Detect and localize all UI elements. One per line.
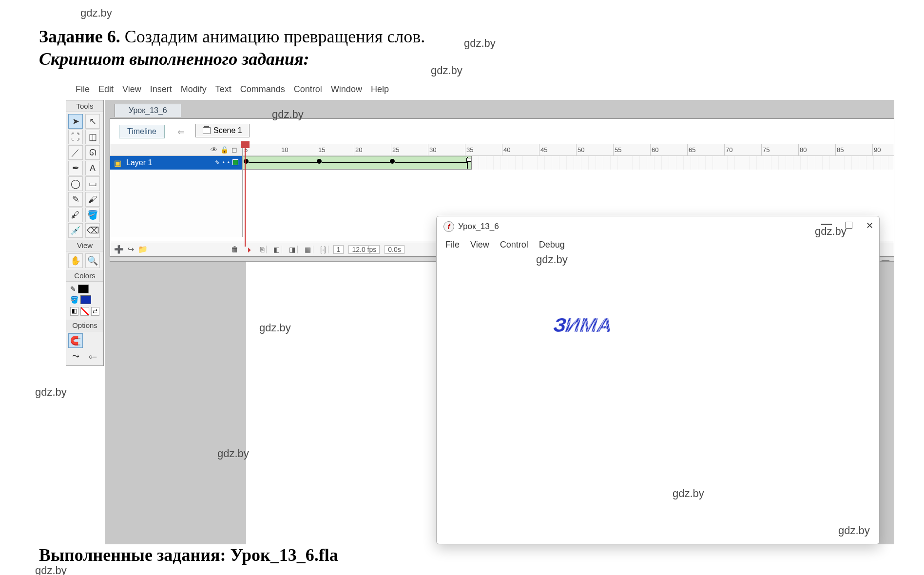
edit-multiple-frames-icon[interactable]: ▦ (303, 246, 313, 253)
scene-label: Scene 1 (213, 126, 242, 135)
bottom-label: Выполненные задания: (39, 545, 226, 565)
menu-file[interactable]: File (76, 84, 90, 95)
preview-menu-view[interactable]: View (470, 240, 489, 250)
add-folder-icon[interactable]: 📁 (138, 245, 148, 254)
center-frame-icon[interactable]: ⎘ (258, 246, 267, 253)
outline-icon[interactable]: ◻ (231, 146, 237, 154)
onion-skin-outlines-icon[interactable]: ◨ (287, 246, 298, 253)
timeline-tab[interactable]: Timeline (119, 125, 165, 138)
text-icon[interactable]: A (85, 161, 100, 175)
oval-icon[interactable]: ◯ (68, 176, 83, 191)
pen-icon[interactable]: ✒ (68, 161, 83, 175)
timeline-track[interactable] (243, 156, 894, 170)
tick: 15 (317, 144, 354, 155)
onion-skin-icon[interactable]: ◧ (271, 246, 282, 253)
menubar: File Edit View Insert Modify Text Comman… (76, 84, 389, 95)
fill-swatch[interactable] (80, 295, 91, 304)
layer-row[interactable]: ▣ Layer 1 ✎ •• (110, 156, 242, 170)
maximize-button[interactable] (846, 222, 852, 229)
free-transform-icon[interactable]: ⛶ (68, 130, 83, 144)
watermark: gdz.by (35, 564, 67, 575)
gradient-transform-icon[interactable]: ◫ (85, 130, 100, 144)
ink-icon[interactable]: 🖋 (68, 208, 83, 222)
tween-arrow (322, 162, 390, 163)
colors-header: Colors (66, 270, 103, 282)
keyframe-icon[interactable] (390, 159, 395, 164)
modify-markers-icon[interactable]: [·] (318, 246, 328, 253)
menu-commands[interactable]: Commands (240, 84, 285, 95)
tween-span (243, 156, 472, 170)
watermark: gdz.by (80, 7, 112, 19)
arrow-icon[interactable]: ➤ (68, 114, 83, 129)
menu-window[interactable]: Window (331, 84, 362, 95)
bw-default-icon[interactable]: ◧ (70, 307, 78, 316)
eyedropper-icon[interactable]: 💉 (68, 223, 83, 238)
end-frame-icon[interactable] (467, 157, 470, 169)
task-desc: Создадим анимацию превращения слов. (125, 27, 425, 46)
flash-player-icon: f (443, 221, 454, 232)
add-layer-icon[interactable]: ➕ (114, 245, 124, 254)
lock-icon[interactable]: 🔒 (220, 146, 229, 154)
layer-folder-icon: ▣ (114, 158, 121, 168)
tick: 75 (761, 144, 798, 155)
tools-panel: Tools ➤ ↖ ⛶ ◫ ／ ᘏ ✒ A ◯ ▭ ✎ 🖌 🖋 🪣 💉 ⌫ Vi… (66, 100, 104, 366)
watermark: gdz.by (35, 386, 67, 399)
minimize-button[interactable]: — (821, 220, 832, 231)
timeline-ruler[interactable]: 5 10 15 20 25 30 35 40 45 50 55 60 65 70… (243, 144, 894, 156)
eraser-icon[interactable]: ⌫ (85, 223, 100, 238)
tick: 20 (354, 144, 391, 155)
playhead-line (245, 144, 246, 247)
morph-part2: ИМА (564, 314, 612, 336)
menu-insert[interactable]: Insert (150, 84, 172, 95)
menu-control[interactable]: Control (294, 84, 322, 95)
layer-name: Layer 1 (126, 158, 152, 167)
zoom-icon[interactable]: 🔍 (85, 253, 100, 268)
no-color-icon[interactable] (80, 307, 89, 316)
stroke-swatch[interactable] (78, 285, 89, 293)
bottom-caption: Выполненные задания: Урок_13_6.fla (39, 545, 338, 565)
back-arrow-icon[interactable]: ⇐ (173, 126, 189, 138)
lasso-icon[interactable]: ᘏ (85, 145, 100, 160)
layer-outline-swatch (232, 159, 238, 165)
smooth-icon[interactable]: ⤳ (68, 349, 83, 364)
delete-layer-icon[interactable]: 🗑 (231, 245, 239, 254)
preview-titlebar[interactable]: f Урок_13_6 (437, 216, 879, 237)
line-icon[interactable]: ／ (68, 145, 83, 160)
menu-modify[interactable]: Modify (181, 84, 207, 95)
document-tab[interactable]: Урок_13_6 (115, 104, 181, 117)
preview-menu-control[interactable]: Control (500, 240, 528, 250)
hand-icon[interactable]: ✋ (68, 253, 83, 268)
eye-icon[interactable]: 👁 (211, 146, 217, 154)
task-label: Задание 6. (39, 27, 120, 46)
tick: 45 (539, 144, 576, 155)
subselect-icon[interactable]: ↖ (85, 114, 100, 129)
add-motion-guide-icon[interactable]: ↪ (128, 245, 134, 254)
flash-screenshot: File Edit View Insert Modify Text Comman… (66, 71, 894, 544)
swap-colors-icon[interactable]: ⇄ (91, 307, 99, 316)
layers-column: 👁 🔒 ◻ ▣ Layer 1 ✎ •• (110, 144, 243, 237)
menu-edit[interactable]: Edit (98, 84, 114, 95)
scene-button[interactable]: Scene 1 (195, 124, 250, 137)
straighten-icon[interactable]: ⟜ (85, 349, 100, 364)
playhead-icon[interactable] (241, 141, 250, 148)
pencil-icon[interactable]: ✎ (68, 192, 83, 207)
magnet-icon[interactable]: 🧲 (68, 333, 83, 348)
empty-frames (472, 156, 894, 170)
window-controls: — ✕ (821, 220, 873, 231)
preview-menu-file[interactable]: File (445, 240, 460, 250)
playhead-marker-icon: ⏵ (247, 246, 253, 253)
close-button[interactable]: ✕ (866, 220, 873, 231)
options-header: Options (66, 320, 103, 331)
menu-text[interactable]: Text (215, 84, 231, 95)
keyframe-icon[interactable] (317, 159, 322, 164)
preview-menu-debug[interactable]: Debug (539, 240, 565, 250)
task-heading: Задание 6. Создадим анимацию превращения… (39, 26, 425, 47)
fill-bucket-icon: 🪣 (70, 296, 78, 304)
menu-view[interactable]: View (122, 84, 141, 95)
tick: 85 (835, 144, 872, 155)
frame-rate: 12.0 fps (348, 245, 380, 254)
paint-bucket-icon[interactable]: 🪣 (85, 208, 100, 222)
menu-help[interactable]: Help (371, 84, 389, 95)
rect-icon[interactable]: ▭ (85, 176, 100, 191)
brush-icon[interactable]: 🖌 (85, 192, 100, 207)
